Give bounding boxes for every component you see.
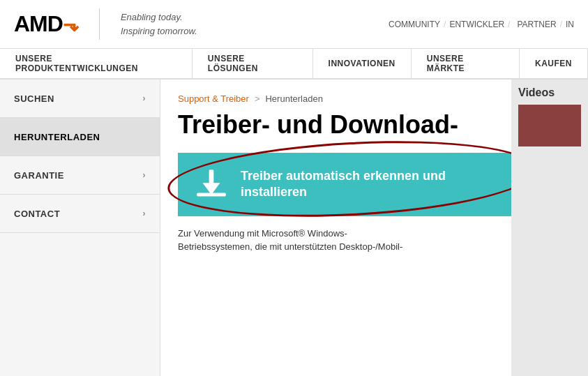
nav-item-innovationen[interactable]: INNOVATIONEN xyxy=(313,49,412,78)
auto-detect-card[interactable]: Treiber automatisch erkennen und install… xyxy=(178,153,511,216)
chevron-icon: › xyxy=(143,170,146,180)
community-link[interactable]: COMMUNITY xyxy=(389,20,440,29)
chevron-icon: › xyxy=(143,93,146,103)
tagline: Enabling today. Inspiring tomorrow. xyxy=(121,10,197,38)
amd-logo: AMD⬎ xyxy=(14,11,78,37)
partner-link[interactable]: PARTNER xyxy=(517,20,556,29)
logo-divider xyxy=(99,8,100,40)
sidebar-item-suchen[interactable]: SUCHEN › xyxy=(0,80,160,118)
main-content: Support & Treiber > Herunterladen Treibe… xyxy=(160,80,511,376)
breadcrumb-link[interactable]: Support & Treiber xyxy=(178,93,249,104)
sidebar: SUCHEN › HERUNTERLADEN GARANTIE › CONTAC… xyxy=(0,80,160,376)
oval-overlay: Treiber automatisch erkennen und install… xyxy=(178,153,494,216)
header-nav-links: COMMUNITY / ENTWICKLER / PARTNER / IN xyxy=(389,20,574,29)
auto-detect-text: Treiber automatisch erkennen und install… xyxy=(241,168,446,201)
page-title: Treiber- und Download- xyxy=(178,111,494,139)
nav-item-produkte[interactable]: UNSERE PRODUKTENTWICKLUNGEN xyxy=(0,49,193,78)
right-panel-title: Videos xyxy=(518,87,581,99)
main-layout: SUCHEN › HERUNTERLADEN GARANTIE › CONTAC… xyxy=(0,80,588,376)
right-panel: Videos xyxy=(511,80,588,376)
nav-item-maerkte[interactable]: UNSERE MÄRKTE xyxy=(412,49,520,78)
nav-item-kaufen[interactable]: KAUFEN xyxy=(520,49,588,78)
sidebar-item-herunterladen[interactable]: HERUNTERLADEN xyxy=(0,118,160,156)
breadcrumb-current: Herunterladen xyxy=(265,93,322,104)
in-link[interactable]: IN xyxy=(566,20,574,29)
breadcrumb: Support & Treiber > Herunterladen xyxy=(178,93,494,104)
breadcrumb-separator: > xyxy=(255,93,260,104)
sidebar-item-contact[interactable]: CONTACT › xyxy=(0,195,160,233)
chevron-icon: › xyxy=(143,209,146,218)
main-nav: UNSERE PRODUKTENTWICKLUNGEN UNSERE LÖSUN… xyxy=(0,49,588,80)
sidebar-item-garantie[interactable]: GARANTIE › xyxy=(0,156,160,195)
nav-item-loesungen[interactable]: UNSERE LÖSUNGEN xyxy=(193,49,313,78)
logo-area: AMD⬎ Enabling today. Inspiring tomorrow. xyxy=(14,8,197,40)
entwickler-link[interactable]: ENTWICKLER xyxy=(449,20,504,29)
page-header: AMD⬎ Enabling today. Inspiring tomorrow.… xyxy=(0,0,588,49)
download-icon xyxy=(192,165,230,204)
description-text: Zur Verwendung mit Microsoft® Windows- B… xyxy=(178,227,494,254)
right-panel-thumbnail[interactable] xyxy=(518,105,581,146)
